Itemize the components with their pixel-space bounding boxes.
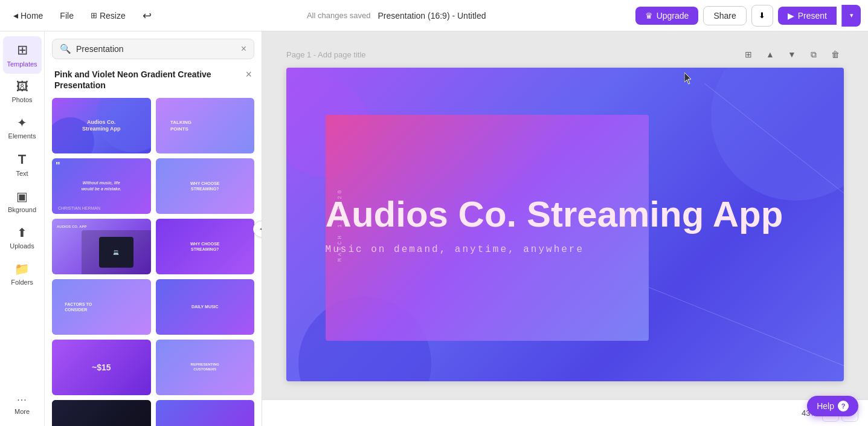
home-button[interactable]: ◂ Home <box>7 6 49 25</box>
sidebar-item-more[interactable]: ··· More <box>3 389 42 421</box>
sidebar-item-templates-label: Templates <box>7 60 37 68</box>
search-icon: 🔍 <box>60 44 71 54</box>
main-content: ⊞ Templates 🖼 Photos ✦ Elements T Text ▣… <box>0 31 868 426</box>
home-icon: ◂ <box>13 10 18 21</box>
present-label: Present <box>798 11 827 21</box>
template-row-1: Audios Co.Streaming App TALKINGPOINTS <box>52 98 254 153</box>
search-clear-button[interactable]: × <box>241 44 246 54</box>
document-title: Presentation (16:9) - Untitled <box>378 11 486 21</box>
topbar: ◂ Home File ⊞ Resize ↩ All changes saved… <box>0 0 868 31</box>
elements-icon: ✦ <box>17 115 27 130</box>
sidebar-item-uploads[interactable]: ⬆ Uploads <box>3 219 42 256</box>
resize-button[interactable]: ⊞ Resize <box>85 7 132 24</box>
canvas-scroll: Page 1 - Add page title ⊞ ▲ ▼ ⧉ 🗑 <box>262 31 868 399</box>
page-1-actions: ⊞ ▲ ▼ ⧉ 🗑 <box>740 46 844 63</box>
slide-1-subtitle: Music on demand, anytime, anywhere <box>326 244 805 255</box>
upgrade-button[interactable]: ♛ Upgrade <box>635 7 699 25</box>
page-move-down-button[interactable]: ▼ <box>783 46 800 63</box>
templates-grid: Audios Co.Streaming App TALKINGPOINTS " … <box>45 95 262 426</box>
template-row-5: ~$15 REPRESENTINGCUSTOMERS <box>52 340 254 395</box>
search-input[interactable] <box>76 44 236 54</box>
help-label: Help <box>817 401 834 411</box>
resize-icon: ⊞ <box>91 11 97 20</box>
page-1-title[interactable]: Page 1 - Add page title <box>286 50 366 59</box>
sidebar-item-templates[interactable]: ⊞ Templates <box>3 36 42 74</box>
home-label: Home <box>21 11 43 21</box>
folders-icon: 📁 <box>14 262 30 276</box>
topbar-right: ♛ Upgrade Share ⬇ ▶ Present ▾ <box>635 5 861 27</box>
template-row-2: " Without music, lifewould be a mistake.… <box>52 158 254 214</box>
download-icon: ⬇ <box>759 11 765 20</box>
slide-1-main-title: Audios Co. Streaming App <box>326 195 805 234</box>
slide-1-side-date: MARCH 1, 2020 <box>337 187 343 261</box>
background-icon: ▣ <box>16 189 28 204</box>
page-delete-button[interactable]: 🗑 <box>827 46 844 63</box>
page-copy-button[interactable]: ⧉ <box>805 46 822 63</box>
save-status: All changes saved <box>307 11 371 20</box>
template-thumb-6[interactable]: WHY CHOOSESTREAMING? <box>156 219 255 274</box>
sidebar-item-background-label: Bkground <box>8 206 36 213</box>
template-thumb-11[interactable] <box>52 400 151 426</box>
template-thumb-3[interactable]: " Without music, lifewould be a mistake.… <box>52 158 151 214</box>
templates-panel: 🔍 × Pink and Violet Neon Gradient Creati… <box>45 31 262 426</box>
template-thumb-8[interactable]: DAILY MUSIC <box>156 279 255 335</box>
templates-icon: ⊞ <box>17 42 28 58</box>
page-1-header: Page 1 - Add page title ⊞ ▲ ▼ ⧉ 🗑 <box>286 46 844 63</box>
template-thumb-7[interactable]: FACTORS TOCONSIDER <box>52 279 151 335</box>
sidebar-icons: ⊞ Templates 🖼 Photos ✦ Elements T Text ▣… <box>0 31 45 426</box>
panel-title-bar: Pink and Violet Neon Gradient Creative P… <box>45 64 262 95</box>
more-icon: ··· <box>17 395 27 405</box>
sidebar-item-text[interactable]: T Text <box>3 146 42 183</box>
share-button[interactable]: Share <box>703 6 746 25</box>
text-icon: T <box>18 152 26 167</box>
search-input-wrap: 🔍 × <box>52 39 254 59</box>
upgrade-label: Upgrade <box>657 11 689 21</box>
topbar-left: ◂ Home File ⊞ Resize ↩ <box>7 5 158 26</box>
uploads-icon: ⬆ <box>17 225 27 240</box>
present-dropdown-button[interactable]: ▾ <box>841 5 861 27</box>
sidebar-item-more-label: More <box>14 408 30 415</box>
topbar-center: All changes saved Presentation (16:9) - … <box>162 11 631 21</box>
sidebar-item-uploads-label: Uploads <box>10 242 34 250</box>
share-label: Share <box>713 11 736 21</box>
template-row-6: NEW MUSIC <box>52 400 254 426</box>
panel-close-button[interactable]: × <box>245 69 252 80</box>
undo-button[interactable]: ↩ <box>137 5 158 26</box>
present-button[interactable]: ▶ Present <box>778 7 837 25</box>
page-move-up-button[interactable]: ▲ <box>762 46 779 63</box>
file-label: File <box>60 11 74 21</box>
sidebar-item-elements[interactable]: ✦ Elements <box>3 109 42 146</box>
page-grid-view-button[interactable]: ⊞ <box>740 46 757 63</box>
photos-icon: 🖼 <box>16 80 28 94</box>
template-thumb-10[interactable]: REPRESENTINGCUSTOMERS <box>156 340 255 395</box>
sidebar-item-background[interactable]: ▣ Bkground <box>3 183 42 219</box>
page-1-section: Page 1 - Add page title ⊞ ▲ ▼ ⧉ 🗑 <box>286 46 844 381</box>
help-button[interactable]: Help ? <box>807 396 858 416</box>
sidebar-item-photos[interactable]: 🖼 Photos <box>3 74 42 109</box>
search-bar: 🔍 × <box>45 31 262 64</box>
bottom-bar: 43% ⊞ ⤢ <box>262 399 868 426</box>
template-thumb-4[interactable]: WHY CHOOSESTREAMING? <box>156 158 255 214</box>
canvas-area: Page 1 - Add page title ⊞ ▲ ▼ ⧉ 🗑 <box>262 31 868 426</box>
template-thumb-9[interactable]: ~$15 <box>52 340 151 395</box>
template-thumb-2[interactable]: TALKINGPOINTS <box>156 98 255 153</box>
slide-1-content: Audios Co. Streaming App Music on demand… <box>286 68 844 381</box>
sidebar-item-photos-label: Photos <box>11 96 32 103</box>
template-thumb-12[interactable]: NEW MUSIC <box>156 400 255 426</box>
sidebar-item-folders[interactable]: 📁 Folders <box>3 256 42 292</box>
sidebar-item-text-label: Text <box>16 170 28 177</box>
template-row-3: 💻 AUDIOS CO. APP WHY CHOOSESTREAMING? <box>52 219 254 274</box>
panel-title: Pink and Violet Neon Gradient Creative P… <box>54 69 230 91</box>
template-row-4: FACTORS TOCONSIDER DAILY MUSIC <box>52 279 254 335</box>
file-button[interactable]: File <box>54 7 80 24</box>
sidebar-item-folders-label: Folders <box>11 279 33 286</box>
help-icon: ? <box>838 401 849 411</box>
template-thumb-5[interactable]: 💻 AUDIOS CO. APP <box>52 219 151 274</box>
download-button[interactable]: ⬇ <box>751 5 773 27</box>
slide-1-canvas[interactable]: Audios Co. Streaming App Music on demand… <box>286 68 844 381</box>
crown-icon: ♛ <box>645 11 653 21</box>
template-thumb-1[interactable]: Audios Co.Streaming App <box>52 98 151 153</box>
chevron-down-icon: ▾ <box>850 11 854 19</box>
sidebar-item-elements-label: Elements <box>8 132 36 140</box>
resize-label: Resize <box>100 11 126 21</box>
